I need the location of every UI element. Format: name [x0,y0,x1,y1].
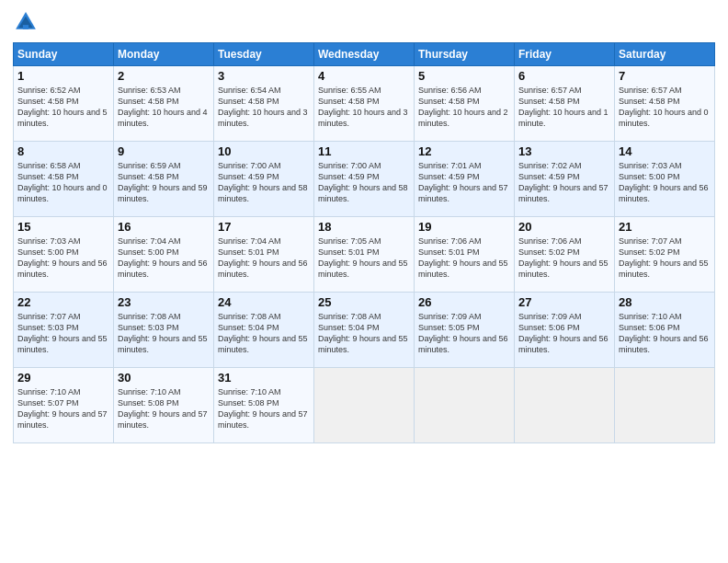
day-info: Sunrise: 7:08 AM Sunset: 5:03 PM Dayligh… [118,311,210,356]
day-number: 13 [518,144,610,158]
calendar-header-row: SundayMondayTuesdayWednesdayThursdayFrid… [14,43,715,66]
day-info: Sunrise: 7:02 AM Sunset: 4:59 PM Dayligh… [518,160,610,205]
calendar-cell: 6 Sunrise: 6:57 AM Sunset: 4:58 PM Dayli… [515,66,615,142]
day-number: 4 [318,69,410,83]
day-number: 24 [218,295,310,309]
calendar-cell [314,368,415,443]
calendar-cell: 23 Sunrise: 7:08 AM Sunset: 5:03 PM Dayl… [114,293,214,368]
day-header-friday: Friday [515,43,615,66]
day-number: 1 [17,69,109,83]
calendar-week-row: 15 Sunrise: 7:03 AM Sunset: 5:00 PM Dayl… [14,217,715,293]
calendar-cell: 26 Sunrise: 7:09 AM Sunset: 5:05 PM Dayl… [415,293,515,368]
day-info: Sunrise: 7:10 AM Sunset: 5:08 PM Dayligh… [218,386,310,431]
calendar-cell: 20 Sunrise: 7:06 AM Sunset: 5:02 PM Dayl… [515,217,615,293]
day-number: 21 [619,220,711,234]
calendar-cell: 2 Sunrise: 6:53 AM Sunset: 4:58 PM Dayli… [114,66,214,142]
calendar-cell: 18 Sunrise: 7:05 AM Sunset: 5:01 PM Dayl… [314,217,415,293]
day-number: 30 [118,371,210,385]
calendar-cell: 17 Sunrise: 7:04 AM Sunset: 5:01 PM Dayl… [214,217,314,293]
calendar-cell [515,368,615,443]
day-number: 18 [318,220,410,234]
day-info: Sunrise: 6:53 AM Sunset: 4:58 PM Dayligh… [118,85,210,130]
day-info: Sunrise: 6:52 AM Sunset: 4:58 PM Dayligh… [17,85,109,130]
calendar-cell [415,368,515,443]
day-header-sunday: Sunday [14,43,114,66]
day-header-wednesday: Wednesday [314,43,415,66]
day-number: 31 [218,371,310,385]
day-number: 29 [17,371,109,385]
day-info: Sunrise: 6:59 AM Sunset: 4:58 PM Dayligh… [118,160,210,205]
day-number: 14 [619,144,711,158]
calendar-cell: 21 Sunrise: 7:07 AM Sunset: 5:02 PM Dayl… [615,217,715,293]
calendar-cell: 1 Sunrise: 6:52 AM Sunset: 4:58 PM Dayli… [14,66,114,142]
day-number: 11 [318,144,410,158]
calendar-cell: 13 Sunrise: 7:02 AM Sunset: 4:59 PM Dayl… [515,142,615,217]
svg-rect-2 [23,25,28,29]
day-number: 7 [619,69,711,83]
day-info: Sunrise: 7:07 AM Sunset: 5:02 PM Dayligh… [619,236,711,281]
calendar-cell: 25 Sunrise: 7:08 AM Sunset: 5:04 PM Dayl… [314,293,415,368]
calendar-cell: 9 Sunrise: 6:59 AM Sunset: 4:58 PM Dayli… [114,142,214,217]
day-info: Sunrise: 7:09 AM Sunset: 5:06 PM Dayligh… [518,311,610,356]
calendar-week-row: 8 Sunrise: 6:58 AM Sunset: 4:58 PM Dayli… [14,142,715,217]
day-info: Sunrise: 7:01 AM Sunset: 4:59 PM Dayligh… [418,160,510,205]
calendar-cell: 22 Sunrise: 7:07 AM Sunset: 5:03 PM Dayl… [14,293,114,368]
calendar-cell: 24 Sunrise: 7:08 AM Sunset: 5:04 PM Dayl… [214,293,314,368]
day-info: Sunrise: 7:03 AM Sunset: 5:00 PM Dayligh… [17,236,109,281]
day-info: Sunrise: 7:00 AM Sunset: 4:59 PM Dayligh… [218,160,310,205]
day-info: Sunrise: 6:58 AM Sunset: 4:58 PM Dayligh… [17,160,109,205]
calendar-cell: 7 Sunrise: 6:57 AM Sunset: 4:58 PM Dayli… [615,66,715,142]
day-number: 25 [318,295,410,309]
calendar-cell: 30 Sunrise: 7:10 AM Sunset: 5:08 PM Dayl… [114,368,214,443]
day-info: Sunrise: 6:57 AM Sunset: 4:58 PM Dayligh… [619,85,711,130]
day-number: 10 [218,144,310,158]
day-info: Sunrise: 7:10 AM Sunset: 5:06 PM Dayligh… [619,311,711,356]
day-info: Sunrise: 7:05 AM Sunset: 5:01 PM Dayligh… [318,236,410,281]
day-number: 5 [418,69,510,83]
day-number: 19 [418,220,510,234]
page-container: SundayMondayTuesdayWednesdayThursdayFrid… [0,0,728,451]
day-info: Sunrise: 6:56 AM Sunset: 4:58 PM Dayligh… [418,85,510,130]
calendar-cell: 8 Sunrise: 6:58 AM Sunset: 4:58 PM Dayli… [14,142,114,217]
day-header-saturday: Saturday [615,43,715,66]
calendar-cell: 16 Sunrise: 7:04 AM Sunset: 5:00 PM Dayl… [114,217,214,293]
calendar-cell: 31 Sunrise: 7:10 AM Sunset: 5:08 PM Dayl… [214,368,314,443]
calendar-cell: 19 Sunrise: 7:06 AM Sunset: 5:01 PM Dayl… [415,217,515,293]
calendar-cell: 3 Sunrise: 6:54 AM Sunset: 4:58 PM Dayli… [214,66,314,142]
calendar-cell: 28 Sunrise: 7:10 AM Sunset: 5:06 PM Dayl… [615,293,715,368]
day-info: Sunrise: 7:09 AM Sunset: 5:05 PM Dayligh… [418,311,510,356]
day-number: 16 [118,220,210,234]
day-number: 22 [17,295,109,309]
day-number: 23 [118,295,210,309]
day-info: Sunrise: 7:03 AM Sunset: 5:00 PM Dayligh… [619,160,711,205]
day-info: Sunrise: 7:06 AM Sunset: 5:01 PM Dayligh… [418,236,510,281]
day-info: Sunrise: 7:10 AM Sunset: 5:08 PM Dayligh… [118,386,210,431]
day-info: Sunrise: 7:04 AM Sunset: 5:00 PM Dayligh… [118,236,210,281]
day-number: 17 [218,220,310,234]
header [13,9,715,35]
calendar-cell: 11 Sunrise: 7:00 AM Sunset: 4:59 PM Dayl… [314,142,415,217]
day-header-monday: Monday [114,43,214,66]
calendar-cell: 27 Sunrise: 7:09 AM Sunset: 5:06 PM Dayl… [515,293,615,368]
calendar-table: SundayMondayTuesdayWednesdayThursdayFrid… [13,42,715,443]
calendar-week-row: 22 Sunrise: 7:07 AM Sunset: 5:03 PM Dayl… [14,293,715,368]
day-number: 28 [619,295,711,309]
day-number: 9 [118,144,210,158]
calendar-cell [615,368,715,443]
day-info: Sunrise: 6:55 AM Sunset: 4:58 PM Dayligh… [318,85,410,130]
calendar-body: 1 Sunrise: 6:52 AM Sunset: 4:58 PM Dayli… [14,66,715,443]
calendar-cell: 10 Sunrise: 7:00 AM Sunset: 4:59 PM Dayl… [214,142,314,217]
day-number: 26 [418,295,510,309]
logo-icon [13,9,39,35]
calendar-cell: 29 Sunrise: 7:10 AM Sunset: 5:07 PM Dayl… [14,368,114,443]
calendar-cell: 15 Sunrise: 7:03 AM Sunset: 5:00 PM Dayl… [14,217,114,293]
calendar-week-row: 29 Sunrise: 7:10 AM Sunset: 5:07 PM Dayl… [14,368,715,443]
day-info: Sunrise: 7:00 AM Sunset: 4:59 PM Dayligh… [318,160,410,205]
day-number: 8 [17,144,109,158]
day-info: Sunrise: 7:06 AM Sunset: 5:02 PM Dayligh… [518,236,610,281]
day-info: Sunrise: 6:57 AM Sunset: 4:58 PM Dayligh… [518,85,610,130]
day-number: 20 [518,220,610,234]
day-info: Sunrise: 7:10 AM Sunset: 5:07 PM Dayligh… [17,386,109,431]
calendar-week-row: 1 Sunrise: 6:52 AM Sunset: 4:58 PM Dayli… [14,66,715,142]
day-info: Sunrise: 7:07 AM Sunset: 5:03 PM Dayligh… [17,311,109,356]
